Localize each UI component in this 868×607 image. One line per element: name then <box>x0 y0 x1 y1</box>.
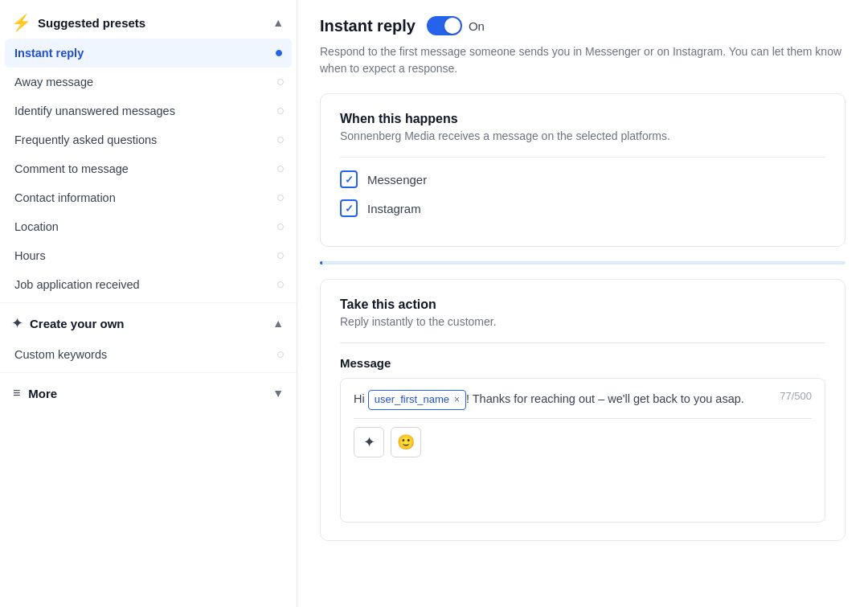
lightning-icon: ⚡ <box>11 14 31 31</box>
ai-magic-button[interactable]: ✦ <box>354 427 384 457</box>
sidebar-item-label: Away message <box>14 76 93 88</box>
instant-reply-toggle[interactable] <box>427 16 462 35</box>
instagram-checkbox[interactable]: ✓ <box>340 199 358 217</box>
card-divider <box>340 157 825 158</box>
dot-icon <box>277 79 284 85</box>
sidebar-item-label: Identify unanswered messages <box>14 105 175 117</box>
create-your-own-chevron-icon: ▲ <box>272 317 284 330</box>
sparkles-icon: ✦ <box>11 314 23 332</box>
ai-magic-icon: ✦ <box>363 433 375 451</box>
take-action-card: Take this action Reply instantly to the … <box>320 279 845 541</box>
message-section: Message Hi user_first_name×! Thanks for … <box>340 356 825 523</box>
when-happens-subtitle: Sonnenberg Media receives a message on t… <box>340 129 825 142</box>
sidebar-item-job-application[interactable]: Job application received <box>0 270 297 299</box>
page-title: Instant reply <box>320 17 416 35</box>
instagram-checkbox-item: ✓ Instagram <box>340 199 825 217</box>
action-card-divider <box>340 342 825 343</box>
lines-icon: ≡ <box>13 386 20 400</box>
sidebar-item-label: Comment to message <box>14 162 129 175</box>
message-toolbar: ✦ 🙂 <box>354 418 812 457</box>
sidebar-item-away-message[interactable]: Away message <box>0 68 297 96</box>
separator-bar <box>320 261 845 265</box>
instagram-label: Instagram <box>367 202 421 215</box>
create-your-own-section[interactable]: ✦ Create your own ▲ <box>0 306 297 340</box>
more-chevron-icon: ▼ <box>272 387 284 400</box>
close-icon[interactable]: × <box>454 392 460 408</box>
sidebar-divider-2 <box>0 372 297 373</box>
active-dot-icon <box>276 50 282 56</box>
dot-icon <box>277 166 284 172</box>
sidebar: ⚡ Suggested presets ▲ Instant reply Away… <box>0 0 297 607</box>
sidebar-item-contact-information[interactable]: Contact information <box>0 183 297 212</box>
take-action-title: Take this action <box>340 297 825 312</box>
tag-text: user_first_name <box>375 392 449 408</box>
message-tag[interactable]: user_first_name× <box>368 390 466 410</box>
message-box[interactable]: Hi user_first_name×! Thanks for reaching… <box>340 378 825 523</box>
dot-icon <box>277 224 284 230</box>
when-happens-card: When this happens Sonnenberg Media recei… <box>320 93 845 247</box>
sidebar-item-custom-keywords[interactable]: Custom keywords <box>0 340 297 369</box>
message-prefix: Hi <box>354 392 368 405</box>
dot-icon <box>277 281 284 288</box>
main-content: Instant reply On Respond to the first me… <box>297 0 868 607</box>
sidebar-item-label: Location <box>14 220 59 233</box>
page-description: Respond to the first message someone sen… <box>320 43 845 77</box>
dot-icon <box>277 195 284 201</box>
more-title: More <box>28 387 57 400</box>
create-your-own-title: Create your own <box>30 317 125 330</box>
toggle-on-label: On <box>469 19 485 33</box>
sidebar-item-hours[interactable]: Hours <box>0 241 297 270</box>
emoji-icon: 🙂 <box>397 433 415 451</box>
sidebar-item-label: Custom keywords <box>14 348 107 361</box>
sidebar-item-comment-to-message[interactable]: Comment to message <box>0 154 297 183</box>
when-happens-title: When this happens <box>340 112 825 126</box>
sidebar-item-instant-reply[interactable]: Instant reply <box>5 39 292 68</box>
sidebar-item-identify-unanswered[interactable]: Identify unanswered messages <box>0 96 297 125</box>
sidebar-item-label: Instant reply <box>14 47 84 59</box>
toggle-thumb <box>444 18 461 34</box>
sidebar-item-label: Job application received <box>14 278 140 291</box>
dot-icon <box>277 351 284 358</box>
sidebar-item-faq[interactable]: Frequently asked questions <box>0 125 297 154</box>
messenger-checkbox[interactable]: ✓ <box>340 170 358 188</box>
message-content: Hi user_first_name×! Thanks for reaching… <box>354 390 812 410</box>
toggle-wrapper: On <box>427 16 485 35</box>
sidebar-item-location[interactable]: Location <box>0 212 297 241</box>
emoji-button[interactable]: 🙂 <box>391 427 421 457</box>
sidebar-item-label: Contact information <box>14 191 116 204</box>
sidebar-item-label: Frequently asked questions <box>14 133 157 146</box>
sidebar-item-label: Hours <box>14 249 46 262</box>
take-action-subtitle: Reply instantly to the customer. <box>340 315 825 328</box>
dot-icon <box>277 252 284 259</box>
suggested-presets-section[interactable]: ⚡ Suggested presets ▲ <box>0 6 297 39</box>
dot-icon <box>277 137 284 143</box>
more-section[interactable]: ≡ More ▼ <box>0 376 297 410</box>
message-suffix: ! Thanks for reaching out – we'll get ba… <box>466 392 744 405</box>
sidebar-divider <box>0 302 297 303</box>
char-count: 77/500 <box>780 390 812 402</box>
messenger-checkbox-item: ✓ Messenger <box>340 170 825 188</box>
suggested-presets-title: Suggested presets <box>38 16 145 30</box>
messenger-label: Messenger <box>367 173 427 187</box>
message-label: Message <box>340 356 825 370</box>
page-header: Instant reply On <box>320 16 845 35</box>
suggested-presets-chevron-icon: ▲ <box>272 16 284 29</box>
dot-icon <box>277 108 284 114</box>
